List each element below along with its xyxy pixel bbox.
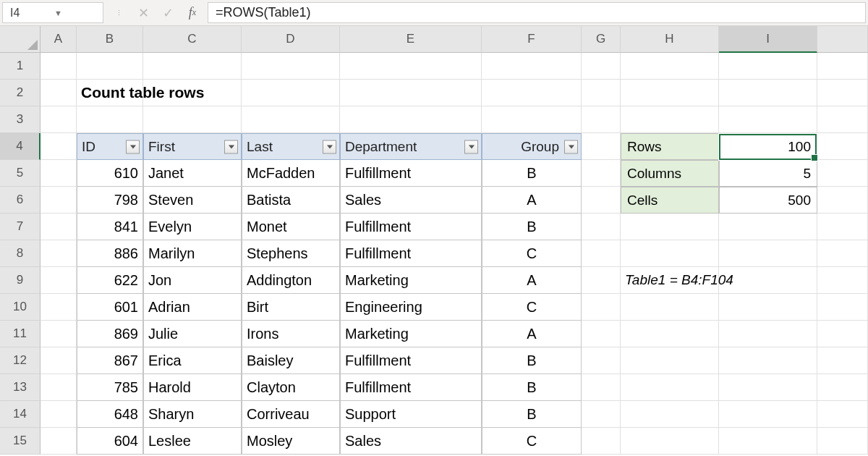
row-header-6[interactable]: 6 [0, 187, 41, 214]
filter-dropdown-icon[interactable] [323, 140, 336, 153]
table-cell-id[interactable]: 886 [77, 240, 143, 267]
empty-cell[interactable] [719, 214, 817, 240]
empty-cell[interactable] [41, 133, 77, 160]
table-cell-group[interactable]: A [482, 321, 582, 347]
empty-cell[interactable] [482, 53, 582, 80]
empty-cell[interactable] [340, 106, 482, 133]
empty-cell[interactable] [621, 347, 719, 374]
th-id[interactable]: ID [77, 133, 143, 160]
table-cell-first[interactable]: Julie [143, 321, 242, 347]
empty-cell[interactable] [621, 428, 719, 455]
table-cell-first[interactable]: Harold [143, 374, 242, 401]
empty-cell[interactable] [242, 53, 340, 80]
table-cell-last[interactable]: Monet [242, 214, 340, 240]
th-last[interactable]: Last [242, 133, 340, 160]
col-header-H[interactable]: H [621, 26, 719, 53]
empty-cell[interactable] [77, 53, 143, 80]
row-header-7[interactable]: 7 [0, 214, 41, 240]
empty-cell[interactable] [719, 347, 817, 374]
empty-cell[interactable] [817, 214, 868, 240]
th-group[interactable]: Group [482, 133, 582, 160]
empty-cell[interactable] [582, 160, 621, 187]
table-cell-group[interactable]: B [482, 160, 582, 187]
row-header-5[interactable]: 5 [0, 160, 41, 187]
table-cell-id[interactable]: 604 [77, 428, 143, 455]
empty-cell[interactable] [621, 240, 719, 267]
table-cell-dept[interactable]: Fulfillment [340, 240, 482, 267]
cancel-formula-icon[interactable]: ✕ [131, 5, 156, 21]
empty-cell[interactable] [41, 240, 77, 267]
table-cell-dept[interactable]: Fulfillment [340, 347, 482, 374]
table-cell-last[interactable]: Corriveau [242, 401, 340, 428]
row-header-3[interactable]: 3 [0, 106, 41, 133]
col-header-C[interactable]: C [143, 26, 242, 53]
col-header-B[interactable]: B [77, 26, 143, 53]
empty-cell[interactable] [41, 321, 77, 347]
col-header-F[interactable]: F [482, 26, 582, 53]
row-header-4[interactable]: 4 [0, 133, 41, 160]
empty-cell[interactable] [41, 160, 77, 187]
table-cell-first[interactable]: Adrian [143, 294, 242, 321]
empty-cell[interactable] [582, 80, 621, 106]
empty-cell[interactable] [817, 240, 868, 267]
table-cell-last[interactable]: Mosley [242, 428, 340, 455]
empty-cell[interactable] [621, 321, 719, 347]
empty-cell[interactable] [621, 80, 719, 106]
empty-cell[interactable] [482, 80, 582, 106]
empty-cell[interactable] [817, 321, 868, 347]
table-cell-first[interactable]: Janet [143, 160, 242, 187]
table-cell-dept[interactable]: Marketing [340, 267, 482, 294]
empty-cell[interactable] [242, 106, 340, 133]
empty-cell[interactable] [41, 106, 77, 133]
table-cell-group[interactable]: A [482, 267, 582, 294]
empty-cell[interactable] [582, 267, 621, 294]
empty-cell[interactable] [817, 374, 868, 401]
formula-input[interactable]: =ROWS(Table1) [208, 2, 866, 23]
name-box[interactable]: I4 ▼ [2, 2, 103, 23]
table-cell-last[interactable]: Birt [242, 294, 340, 321]
table-cell-first[interactable]: Leslee [143, 428, 242, 455]
accept-formula-icon[interactable]: ✓ [156, 5, 180, 21]
empty-cell[interactable] [817, 80, 868, 106]
empty-cell[interactable] [143, 53, 242, 80]
table-cell-dept[interactable]: Support [340, 401, 482, 428]
empty-cell[interactable] [41, 347, 77, 374]
table-cell-id[interactable]: 610 [77, 160, 143, 187]
empty-cell[interactable] [41, 53, 77, 80]
empty-cell[interactable] [719, 401, 817, 428]
table-cell-id[interactable]: 867 [77, 347, 143, 374]
chevron-down-icon[interactable]: ▼ [54, 9, 98, 17]
row-header-13[interactable]: 13 [0, 374, 41, 401]
empty-cell[interactable] [621, 53, 719, 80]
filter-dropdown-icon[interactable] [464, 140, 478, 153]
empty-cell[interactable] [41, 294, 77, 321]
row-header-2[interactable]: 2 [0, 80, 41, 106]
table-cell-first[interactable]: Marilyn [143, 240, 242, 267]
table-cell-last[interactable]: Clayton [242, 374, 340, 401]
table-cell-group[interactable]: B [482, 374, 582, 401]
empty-cell[interactable] [817, 267, 868, 294]
table-cell-id[interactable]: 798 [77, 187, 143, 214]
table-cell-first[interactable]: Steven [143, 187, 242, 214]
row-header-15[interactable]: 15 [0, 428, 41, 455]
col-header-D[interactable]: D [242, 26, 340, 53]
empty-cell[interactable] [582, 374, 621, 401]
empty-cell[interactable] [582, 401, 621, 428]
table-cell-last[interactable]: McFadden [242, 160, 340, 187]
empty-cell[interactable] [582, 53, 621, 80]
empty-cell[interactable] [582, 214, 621, 240]
table-cell-dept[interactable]: Fulfillment [340, 374, 482, 401]
empty-cell[interactable] [817, 294, 868, 321]
empty-cell[interactable] [719, 374, 817, 401]
empty-cell[interactable] [719, 53, 817, 80]
th-first[interactable]: First [143, 133, 242, 160]
empty-cell[interactable] [719, 267, 817, 294]
empty-cell[interactable] [719, 80, 817, 106]
row-header-12[interactable]: 12 [0, 347, 41, 374]
th-department[interactable]: Department [340, 133, 482, 160]
table-cell-id[interactable]: 869 [77, 321, 143, 347]
filter-dropdown-icon[interactable] [564, 140, 578, 153]
table-cell-last[interactable]: Stephens [242, 240, 340, 267]
row-header-8[interactable]: 8 [0, 240, 41, 267]
empty-cell[interactable] [41, 80, 77, 106]
